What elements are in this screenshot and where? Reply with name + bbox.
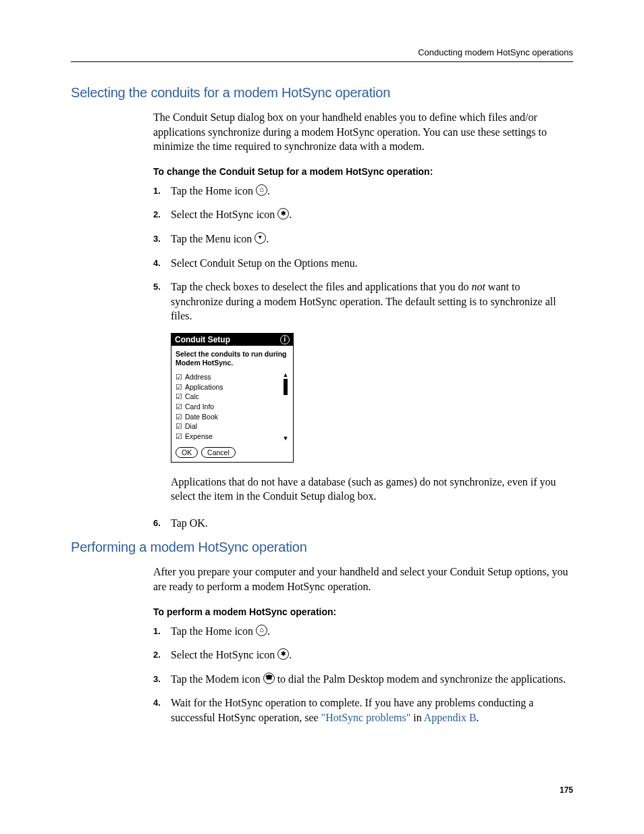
dialog-title: Conduit Setup [175,335,230,344]
section-heading-conduits: Selecting the conduits for a modem HotSy… [71,85,573,101]
step-4: 4. Select Conduit Setup on the Options m… [153,256,573,271]
conduit-item[interactable]: Expense [176,432,282,442]
hotsync-icon [277,208,289,219]
page-number: 175 [560,785,573,795]
scroll-up-icon[interactable]: ▲ [283,372,289,378]
dialog-instruction: Select the conduits to run during Modem … [176,350,289,367]
cancel-button[interactable]: Cancel [201,447,236,458]
section1-steps-cont: 6. Tap OK. [153,516,573,531]
step-text: Tap OK. [171,516,573,531]
step-text: Select the HotSync icon . [171,648,573,662]
step-text: Tap the check boxes to deselect the file… [171,280,573,323]
section-heading-performing: Performing a modem HotSync operation [71,540,573,555]
dialog-buttons: OK Cancel [171,444,293,462]
step-2: 2. Select the HotSync icon . [153,207,573,222]
conduit-item[interactable]: Card Info [176,402,282,412]
step-number: 5. [153,280,171,323]
conduit-list: Address Applications Calc Card Info Date… [176,372,282,441]
scrollbar[interactable]: ▲ ▼ [282,372,289,441]
step-text: Select the HotSync icon . [171,207,573,222]
conduit-item[interactable]: Dial [176,421,282,432]
home-icon [256,625,267,636]
running-head: Conducting modem HotSync operations [71,47,573,57]
step-3: 3. Tap the Menu icon . [153,232,573,246]
section2-body: After you prepare your computer and your… [153,565,573,725]
conduit-setup-dialog: Conduit Setup i Select the conduits to r… [171,333,294,463]
step-text: Tap the Home icon . [171,184,573,199]
step-5: 5. Tap the check boxes to deselect the f… [153,280,573,323]
step-number: 3. [153,672,171,687]
section2-subhead: To perform a modem HotSync operation: [153,606,573,617]
dialog-titlebar: Conduit Setup i [171,334,293,346]
page: Conducting modem HotSync operations Sele… [0,0,644,834]
step-number: 4. [153,256,171,271]
conduit-item[interactable]: Calc [176,392,282,402]
section1-subhead: To change the Conduit Setup for a modem … [153,166,573,177]
dialog-body: Select the conduits to run during Modem … [171,346,293,444]
scroll-thumb[interactable] [284,379,288,395]
section2-intro: After you prepare your computer and your… [153,565,573,594]
home-icon [256,184,267,196]
step-number: 2. [153,648,171,662]
section2-steps: 1. Tap the Home icon . 2. Select the Hot… [153,624,573,725]
step-number: 1. [153,184,171,199]
step-3: 3. Tap the Modem icon to dial the Palm D… [153,672,573,687]
step-number: 4. [153,696,171,725]
link-appendix-b[interactable]: Appendix B [424,712,477,723]
step-number: 6. [153,516,171,531]
conduit-item[interactable]: Applications [176,382,282,392]
step-number: 3. [153,232,171,246]
link-hotsync-problems[interactable]: "HotSync problems" [321,712,411,723]
step-number: 2. [153,207,171,222]
step-4: 4. Wait for the HotSync operation to com… [153,696,573,725]
step-6: 6. Tap OK. [153,516,573,531]
step-text: Tap the Modem icon to dial the Palm Desk… [171,672,573,687]
step-number: 1. [153,624,171,639]
section1-steps: 1. Tap the Home icon . 2. Select the Hot… [153,184,573,323]
step-text: Tap the Home icon . [171,624,573,639]
scroll-down-icon[interactable]: ▼ [283,436,289,442]
step-2: 2. Select the HotSync icon . [153,648,573,662]
conduit-item[interactable]: Address [176,372,282,382]
after-dialog-note: Applications that do not have a database… [171,475,573,504]
section1-body: The Conduit Setup dialog box on your han… [153,110,573,530]
section1-intro: The Conduit Setup dialog box on your han… [153,110,573,154]
step-1: 1. Tap the Home icon . [153,184,573,199]
hotsync-icon [277,648,289,660]
ok-button[interactable]: OK [176,447,198,458]
info-icon[interactable]: i [280,335,290,344]
modem-icon [263,673,275,684]
step-text: Select Conduit Setup on the Options menu… [171,256,573,271]
conduit-item[interactable]: Date Book [176,412,282,422]
step-text: Wait for the HotSync operation to comple… [171,696,573,725]
step-text: Tap the Menu icon . [171,232,573,246]
header-rule [71,61,573,62]
menu-icon [254,232,266,244]
step-1: 1. Tap the Home icon . [153,624,573,639]
